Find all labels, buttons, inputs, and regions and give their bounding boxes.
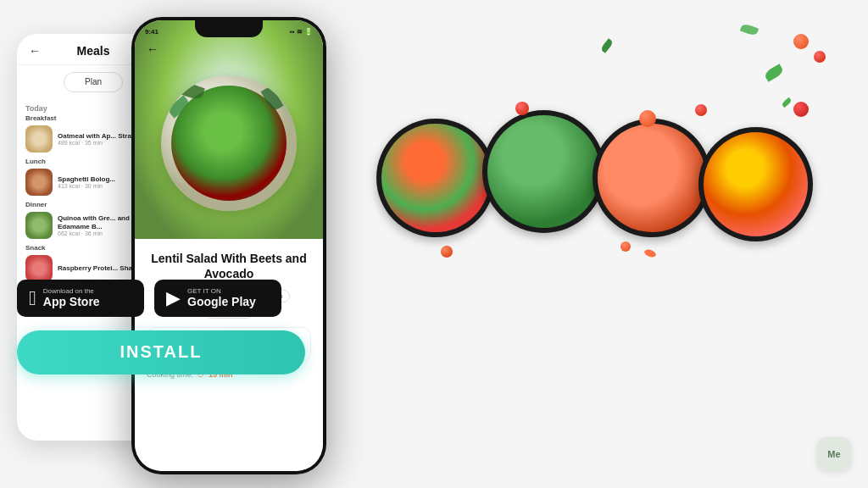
deco-leaf-2 <box>740 23 759 36</box>
plate-4 <box>698 127 813 241</box>
avatar[interactable]: Me <box>817 437 851 471</box>
plate-2-food <box>487 115 600 228</box>
plate-3 <box>593 119 711 237</box>
plate-3-food <box>598 124 706 232</box>
scatter-tomato-4 <box>793 102 809 117</box>
googleplay-sub: GET IT ON <box>187 287 256 295</box>
scatter-shrimp-2 <box>643 247 657 258</box>
appstore-text: Download on the App Store <box>43 287 100 309</box>
scatter-tomato-2 <box>639 110 656 127</box>
status-time: 9:41 <box>145 28 159 36</box>
plan-button[interactable]: Plan <box>64 72 123 92</box>
store-buttons-area:  Download on the App Store ▶ GET IT ON … <box>17 280 281 317</box>
plate-1-food <box>381 124 490 232</box>
phone-notch <box>195 20 263 37</box>
plate-1 <box>376 119 495 237</box>
plates-area <box>0 97 868 275</box>
appstore-sub: Download on the <box>43 287 100 295</box>
plate-2 <box>482 110 605 233</box>
deco-tomato-2 <box>814 51 826 63</box>
status-icons: ▪▪ ≋ 🔋 <box>290 28 313 36</box>
googleplay-text: GET IT ON Google Play <box>187 287 256 309</box>
deco-tomato-1 <box>793 34 809 49</box>
googleplay-button[interactable]: ▶ GET IT ON Google Play <box>154 280 281 317</box>
appstore-name: App Store <box>43 295 100 309</box>
deco-leaf-3 <box>600 38 614 53</box>
install-button[interactable]: INSTALL <box>17 330 305 374</box>
right-panel:  Download on the App Store ▶ GET IT ON … <box>0 97 868 391</box>
scatter-shrimp-1 <box>620 241 631 252</box>
phone-bg-title: Meals <box>77 44 110 58</box>
scatter-leaf-1 <box>781 97 792 107</box>
play-icon: ▶ <box>166 287 181 309</box>
plate-4-food <box>704 132 808 236</box>
recipe-back-arrow[interactable]: ← <box>147 42 159 56</box>
appstore-button[interactable]:  Download on the App Store <box>17 280 144 317</box>
apple-icon:  <box>29 286 36 310</box>
deco-leaf-1 <box>763 64 784 81</box>
main-container: ← Meals Plan Today Breakfast Oatmeal wit… <box>0 0 868 488</box>
scatter-tomato-1 <box>515 102 529 115</box>
scatter-tomato-3 <box>695 104 707 116</box>
googleplay-name: Google Play <box>187 295 256 309</box>
phone-bg-back-arrow: ← <box>29 44 41 58</box>
